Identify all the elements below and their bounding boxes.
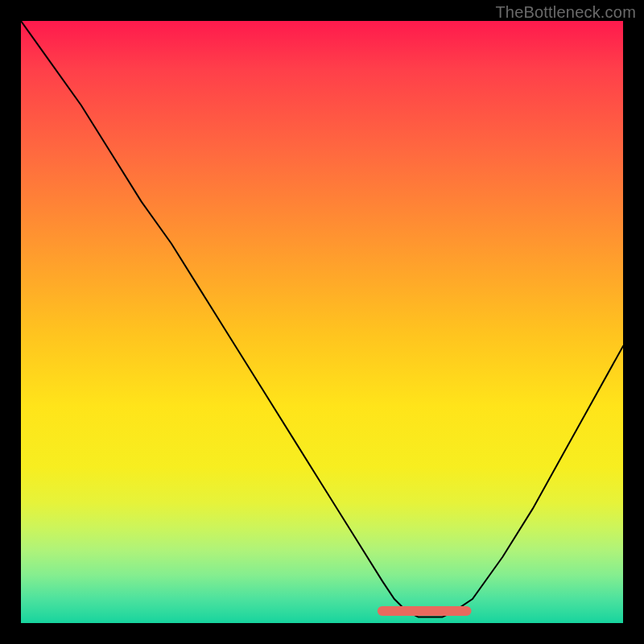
plot-area [21, 21, 623, 623]
watermark-text: TheBottleneck.com [495, 3, 636, 22]
chart-stage: TheBottleneck.com [0, 0, 644, 644]
curve-layer [21, 21, 623, 623]
bottleneck-curve [21, 21, 623, 617]
